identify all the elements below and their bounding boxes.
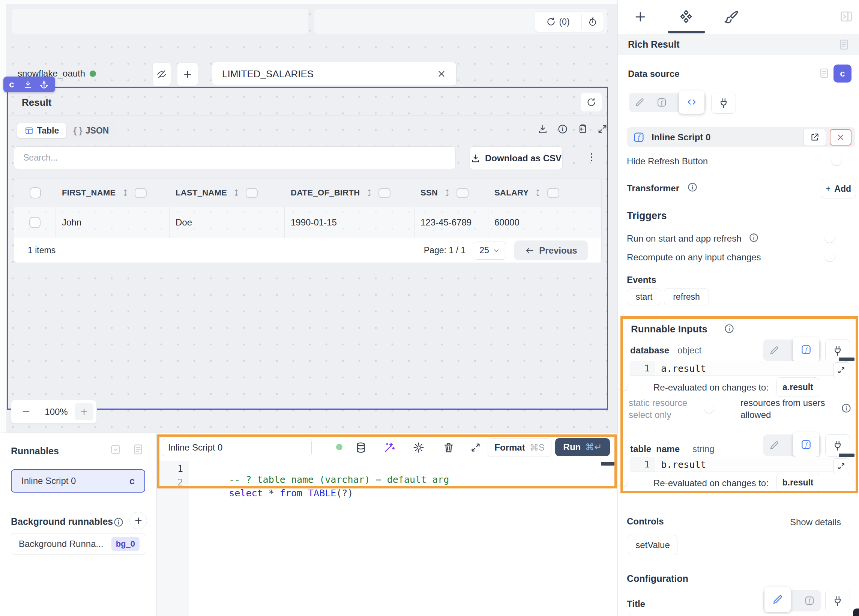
canvas[interactable]: (0) snowflake_oauth LIMITED_SALARIES c: [0, 0, 617, 433]
fullscreen-icon[interactable]: [597, 124, 608, 134]
styles-brush-tab-icon[interactable]: [723, 9, 739, 25]
database-value-editor[interactable]: 1 a.result: [630, 361, 845, 376]
title-value-input[interactable]: [628, 614, 856, 616]
view-table-tab[interactable]: Table: [17, 123, 66, 138]
mini-scrollbar-thumb[interactable]: [839, 358, 854, 361]
column-header-first-name[interactable]: FIRST_NAME: [56, 179, 170, 207]
view-json-tab[interactable]: { } JSON: [66, 126, 116, 136]
background-runnable-item[interactable]: Background Runna... bg_0: [11, 533, 145, 555]
zoom-in-button[interactable]: [75, 403, 94, 420]
add-button[interactable]: [177, 62, 198, 86]
column-handle[interactable]: [246, 188, 258, 198]
static-pencil-icon[interactable]: [769, 345, 779, 356]
settings-gear-icon[interactable]: [412, 442, 425, 453]
format-button[interactable]: Format ⌘S: [488, 438, 551, 457]
refresh-all-button[interactable]: (0): [534, 12, 581, 32]
control-method-setvalue[interactable]: setValue: [628, 535, 678, 555]
download-icon[interactable]: [537, 124, 548, 134]
doc-icon[interactable]: [838, 39, 850, 51]
static-pencil-icon[interactable]: [634, 97, 645, 108]
ai-wand-icon[interactable]: [383, 442, 395, 453]
clear-icon[interactable]: [437, 69, 447, 79]
move-down-icon[interactable]: [23, 80, 33, 89]
editor-scrollbar-thumb[interactable]: [601, 462, 614, 466]
column-header-ssn[interactable]: SSN: [414, 179, 488, 207]
event-tag-start[interactable]: start: [628, 288, 660, 305]
docs-icon[interactable]: [132, 443, 144, 455]
hide-preview-button[interactable]: [152, 62, 171, 86]
table-name-value-editor[interactable]: 1 b.result: [630, 457, 845, 472]
run-button[interactable]: Run ⌘↵: [555, 438, 610, 456]
delete-trash-icon[interactable]: [443, 442, 454, 453]
info-icon[interactable]: [558, 124, 568, 134]
info-icon[interactable]: [724, 324, 734, 334]
download-csv-button[interactable]: Download as CSV: [470, 146, 563, 170]
event-tag-refresh[interactable]: refresh: [664, 288, 709, 305]
open-script-button[interactable]: [803, 129, 826, 146]
sort-icon[interactable]: [120, 188, 130, 198]
dependency-pill[interactable]: b.result: [776, 473, 819, 492]
info-icon[interactable]: [749, 233, 759, 243]
script-name-input[interactable]: Inline Script 0: [162, 439, 312, 456]
anchor-icon[interactable]: [39, 80, 49, 89]
row-checkbox[interactable]: [29, 217, 41, 228]
sql-query-line[interactable]: select * from TABLE(?): [195, 477, 353, 510]
code-mode-button-active[interactable]: [679, 91, 704, 114]
column-handle[interactable]: [378, 188, 390, 198]
info-icon[interactable]: [113, 517, 124, 527]
column-handle[interactable]: [135, 188, 147, 198]
add-transformer-button[interactable]: + Add: [821, 179, 856, 199]
mini-scrollbar-thumb[interactable]: [839, 453, 854, 457]
function-icon[interactable]: [656, 97, 667, 108]
column-handle[interactable]: [547, 188, 559, 198]
doc-icon[interactable]: [818, 67, 830, 79]
component-placeholder[interactable]: [12, 9, 308, 34]
database-icon[interactable]: [355, 442, 367, 453]
sort-icon[interactable]: [442, 188, 452, 198]
show-details-link[interactable]: Show details: [790, 517, 841, 527]
table-name-input[interactable]: LIMITED_SALARIES: [212, 62, 456, 86]
more-options-icon[interactable]: [586, 151, 597, 164]
sort-icon[interactable]: [533, 188, 543, 198]
function-icon[interactable]: [804, 596, 815, 606]
function-mode-button-active[interactable]: [793, 337, 819, 362]
runnable-item-inline-script-0[interactable]: Inline Script 0 c: [11, 469, 145, 492]
sort-icon[interactable]: [364, 188, 374, 198]
table-row[interactable]: John Doe 1990-01-15 123-45-6789 60000: [14, 207, 602, 238]
page-size-select[interactable]: 25: [474, 242, 506, 260]
collapse-panel-icon[interactable]: [839, 10, 853, 23]
canvas-left-margin: [0, 0, 6, 433]
static-mode-button-active[interactable]: [764, 587, 791, 612]
static-pencil-icon[interactable]: [769, 440, 779, 450]
previous-page-button[interactable]: Previous: [514, 241, 588, 260]
add-background-runnable-button[interactable]: [130, 512, 147, 529]
zoom-out-icon[interactable]: [21, 406, 31, 417]
connect-plug-button[interactable]: [825, 590, 850, 612]
function-mode-button-active[interactable]: [793, 432, 819, 457]
datasource-item-row[interactable]: Inline Script 0: [627, 127, 855, 147]
rich-result-component[interactable]: Result Table { } JSON: [7, 87, 608, 410]
search-input[interactable]: Search...: [14, 146, 456, 169]
collapse-all-icon[interactable]: [109, 443, 122, 455]
history-button[interactable]: [582, 12, 604, 32]
connect-plug-button[interactable]: [711, 93, 736, 114]
info-icon[interactable]: [687, 182, 698, 192]
remove-datasource-button[interactable]: [830, 129, 851, 145]
result-refresh-button[interactable]: [581, 93, 602, 111]
column-header-last-name[interactable]: LAST_NAME: [170, 179, 285, 207]
expand-editor-icon[interactable]: [470, 442, 482, 453]
column-header-salary[interactable]: SALARY: [488, 179, 601, 207]
column-header-date-of-birth[interactable]: DATE_OF_BIRTH: [285, 179, 414, 207]
component-id-badge[interactable]: c: [834, 64, 851, 83]
dependency-pill[interactable]: a.result: [776, 377, 819, 397]
expand-editor-button[interactable]: [834, 363, 849, 378]
copy-to-clipboard-icon[interactable]: [577, 124, 588, 134]
info-icon[interactable]: [841, 403, 851, 413]
floating-corner-widget[interactable]: [853, 608, 859, 616]
column-handle[interactable]: [456, 188, 469, 198]
sort-icon[interactable]: [231, 188, 241, 198]
insert-tab-plus-icon[interactable]: [633, 10, 647, 24]
expand-editor-button[interactable]: [834, 458, 849, 474]
select-all-checkbox[interactable]: [30, 187, 41, 199]
components-tab-icon[interactable]: [678, 9, 694, 25]
